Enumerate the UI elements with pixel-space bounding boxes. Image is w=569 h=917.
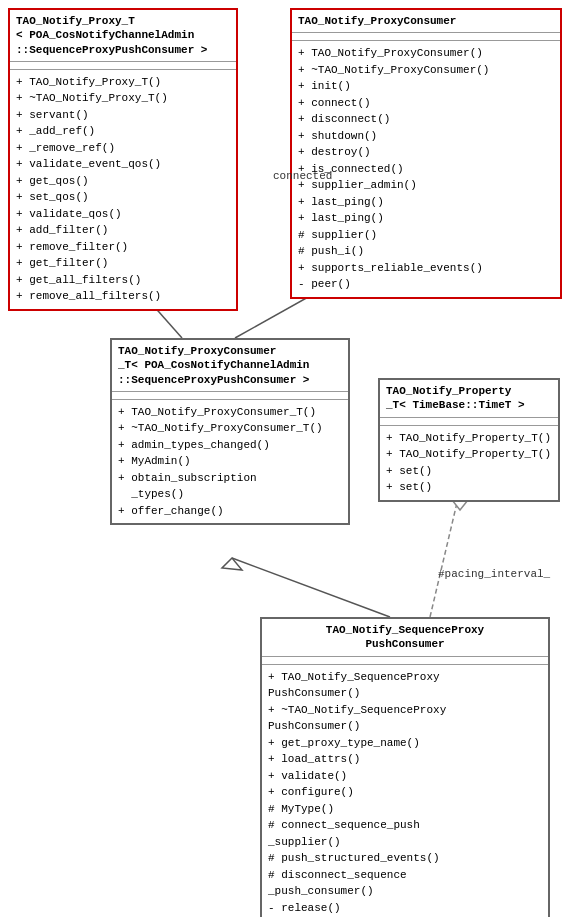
sequence-proxy-box: TAO_Notify_SequenceProxyPushConsumer + T… — [260, 617, 550, 917]
proxy-consumer-title: TAO_Notify_ProxyConsumer — [292, 10, 560, 33]
property-t-title: TAO_Notify_Property_T< TimeBase::TimeT > — [380, 380, 558, 418]
proxy-t-box: TAO_Notify_Proxy_T< POA_CosNotifyChannel… — [8, 8, 238, 311]
proxy-consumer-t-box: TAO_Notify_ProxyConsumer_T< POA_CosNotif… — [110, 338, 350, 525]
proxy-consumer-t-methods: + TAO_Notify_ProxyConsumer_T() + ~TAO_No… — [112, 400, 348, 524]
proxy-t-sep — [10, 62, 236, 70]
svg-line-4 — [232, 558, 390, 617]
svg-marker-5 — [222, 558, 242, 570]
property-t-methods: + TAO_Notify_Property_T() + TAO_Notify_P… — [380, 426, 558, 500]
proxy-consumer-t-title: TAO_Notify_ProxyConsumer_T< POA_CosNotif… — [112, 340, 348, 392]
sequence-proxy-methods: + TAO_Notify_SequenceProxy PushConsumer(… — [262, 665, 548, 917]
sequence-proxy-title: TAO_Notify_SequenceProxyPushConsumer — [262, 619, 548, 657]
proxy-consumer-sep — [292, 33, 560, 41]
proxy-t-title: TAO_Notify_Proxy_T< POA_CosNotifyChannel… — [10, 10, 236, 62]
property-t-box: TAO_Notify_Property_T< TimeBase::TimeT >… — [378, 378, 560, 502]
svg-line-6 — [430, 490, 460, 617]
pacing-interval-label: #pacing_interval_ — [438, 568, 550, 580]
proxy-t-methods: + TAO_Notify_Proxy_T() + ~TAO_Notify_Pro… — [10, 70, 236, 309]
connected-label: connected — [273, 170, 332, 182]
sequence-proxy-sep — [262, 657, 548, 665]
proxy-consumer-t-sep — [112, 392, 348, 400]
uml-diagram: TAO_Notify_Proxy_T< POA_CosNotifyChannel… — [0, 0, 569, 917]
proxy-consumer-box: TAO_Notify_ProxyConsumer + TAO_Notify_Pr… — [290, 8, 562, 299]
property-t-sep — [380, 418, 558, 426]
